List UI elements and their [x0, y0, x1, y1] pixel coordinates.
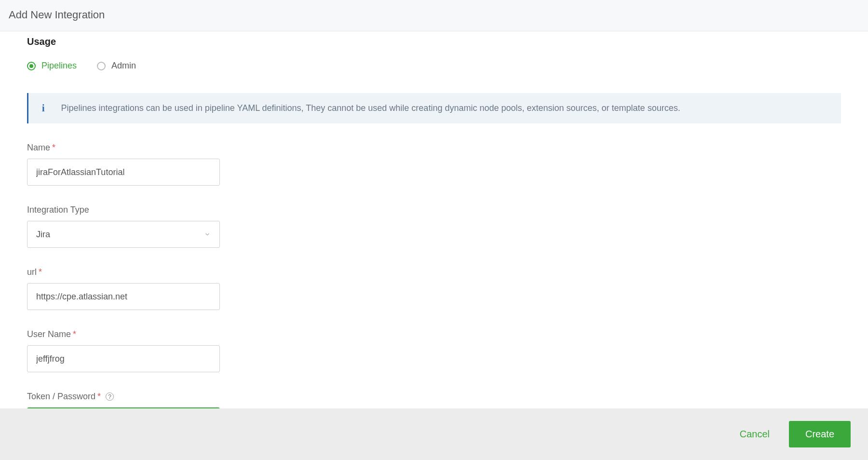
- user-name-input[interactable]: [27, 345, 220, 372]
- usage-radio-admin[interactable]: Admin: [97, 61, 136, 71]
- dialog-title: Add New Integration: [9, 9, 859, 21]
- usage-radio-label: Pipelines: [41, 61, 77, 71]
- field-integration-type: Integration Type Jira: [27, 205, 841, 248]
- label-text: Name: [27, 143, 50, 153]
- info-icon: i: [42, 103, 45, 114]
- radio-icon: [97, 62, 106, 70]
- name-input[interactable]: [27, 159, 220, 186]
- required-asterisk: *: [52, 143, 55, 153]
- url-input[interactable]: [27, 283, 220, 310]
- token-password-input[interactable]: [27, 407, 220, 408]
- cancel-button[interactable]: Cancel: [737, 428, 773, 440]
- field-label: User Name*: [27, 329, 841, 339]
- field-user-name: User Name*: [27, 329, 841, 372]
- help-icon[interactable]: ?: [106, 392, 114, 401]
- info-banner: i Pipelines integrations can be used in …: [27, 93, 841, 123]
- integration-type-select[interactable]: Jira: [27, 221, 220, 248]
- field-label: Integration Type: [27, 205, 841, 215]
- label-text: Integration Type: [27, 205, 89, 215]
- field-label: Name*: [27, 143, 841, 153]
- radio-icon: [27, 62, 36, 70]
- chevron-down-icon: [204, 231, 211, 238]
- field-label: Token / Password* ?: [27, 392, 841, 402]
- label-text: Token / Password: [27, 392, 95, 402]
- usage-section-label: Usage: [27, 36, 841, 47]
- usage-radio-pipelines[interactable]: Pipelines: [27, 61, 77, 71]
- dialog-body: Usage Pipelines Admin i Pipelines integr…: [0, 31, 868, 408]
- required-asterisk: *: [73, 329, 76, 339]
- add-integration-dialog: Add New Integration Usage Pipelines Admi…: [0, 0, 868, 460]
- dialog-footer: Cancel Create: [0, 408, 868, 460]
- label-text: User Name: [27, 329, 71, 339]
- info-banner-text: Pipelines integrations can be used in pi…: [61, 103, 680, 113]
- field-token-password: Token / Password* ?: [27, 392, 841, 408]
- label-text: url: [27, 267, 37, 277]
- field-name: Name*: [27, 143, 841, 186]
- select-value: Jira: [36, 230, 50, 240]
- dialog-header: Add New Integration: [0, 0, 868, 31]
- field-url: url*: [27, 267, 841, 310]
- required-asterisk: *: [39, 267, 42, 277]
- required-asterisk: *: [97, 392, 101, 402]
- usage-radio-label: Admin: [111, 61, 136, 71]
- usage-radio-group: Pipelines Admin: [27, 61, 841, 71]
- create-button[interactable]: Create: [789, 421, 851, 447]
- field-label: url*: [27, 267, 841, 277]
